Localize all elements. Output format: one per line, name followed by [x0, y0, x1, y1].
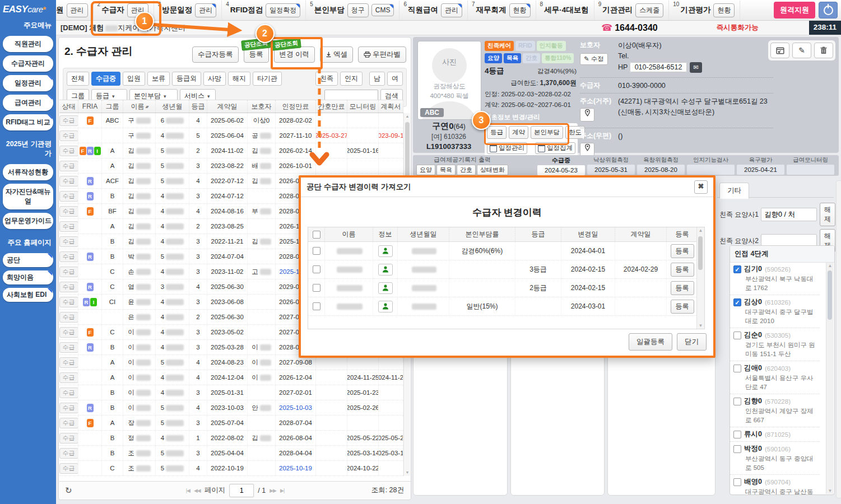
top-menu-9[interactable]: 9기관관리스케줄 — [594, 1, 670, 20]
column-header-이름[interactable]: 이름▴▾ — [123, 100, 156, 113]
sidebar-item-사회보험 EDI[interactable]: 사회보험 EDI — [3, 288, 53, 302]
last-page-icon[interactable]: ▶| — [280, 488, 284, 493]
scroll-up-icon[interactable]: ▲ — [404, 113, 411, 120]
filter-남[interactable]: 남 — [369, 72, 385, 86]
sidebar-item-업무운영가이드[interactable]: 업무운영가이드 — [3, 213, 53, 229]
person-info-button[interactable] — [378, 282, 393, 294]
register-button[interactable]: 등록 — [671, 300, 694, 314]
person-checkbox[interactable] — [733, 445, 741, 453]
action-button-엑셀[interactable]: 엑셀 — [320, 46, 353, 63]
modal-scroll-up-icon[interactable]: ▲ — [697, 228, 704, 233]
filter-tab-수급중[interactable]: 수급중 — [91, 72, 120, 86]
edit-icon[interactable]: ✎ — [792, 43, 811, 58]
schedule-button-일정관리[interactable]: 일정관리 — [487, 142, 527, 154]
table-row[interactable]: 수급FABC구642025-06-02이상02028-02-02 — [59, 113, 403, 128]
table-row[interactable]: 수급FA장532025-07-042028-07-04 — [59, 416, 403, 431]
register-button[interactable]: 등록 — [671, 263, 694, 277]
top-menu-3[interactable]: 3방문일정관리 — [154, 1, 222, 20]
filter-tab-전체[interactable]: 전체 — [67, 72, 89, 86]
table-row[interactable]: 수급B이432025-01-312027-02-012025-01-23 — [59, 385, 403, 400]
table-row[interactable]: 수급구452025-06-04공2027-11-102025-03-272023… — [59, 128, 403, 143]
menu-button-현황[interactable]: 현황 — [713, 3, 735, 17]
table-row[interactable]: 수급A이442024-12-04이2026-12-042024-11-25202… — [59, 370, 403, 385]
refresh-icon[interactable]: ↻ — [65, 486, 72, 496]
table-row[interactable]: 수급FRIA김522024-11-02김2026-02-142025-01-16 — [59, 143, 403, 158]
delete-icon[interactable] — [814, 43, 833, 58]
top-menu-8[interactable]: 8세무·4대보험 — [536, 1, 594, 20]
list-item[interactable]: 김순0(530305)경기도 부천시 원미구 원미동 151-1 두산 — [730, 328, 820, 361]
sidebar-item-희망이음[interactable]: 희망이음 — [3, 270, 53, 284]
column-header-상태[interactable]: 상태 — [59, 100, 78, 113]
first-page-icon[interactable]: |◀ — [186, 488, 190, 493]
filter-tab-등급외[interactable]: 등급외 — [172, 72, 201, 86]
map-pin-icon[interactable] — [580, 108, 594, 122]
menu-button-CMS[interactable]: CMS — [371, 4, 394, 16]
list-item[interactable]: 김향0(570228)인천광역시 계양구 장제로 667 — [730, 394, 820, 427]
list-item[interactable]: ✓김기0(590526)부산광역시 북구 낙동대로 1762 — [730, 262, 820, 295]
column-header-그룹[interactable]: 그룹 — [102, 100, 123, 113]
caregiver1-input[interactable] — [761, 208, 817, 221]
row-checkbox[interactable] — [313, 302, 320, 310]
modal-scroll-thumb[interactable] — [698, 236, 703, 270]
table-row[interactable]: 수급B조532025-04-042028-04-042025-03-142025… — [59, 446, 403, 461]
power-button[interactable] — [819, 2, 838, 18]
filter-tab-입원[interactable]: 입원 — [123, 72, 145, 86]
menu-button-스케줄[interactable]: 스케줄 — [635, 3, 663, 17]
top-menu-6[interactable]: 6직원급여관리 — [399, 1, 468, 20]
column-header-계약일[interactable]: 계약일 — [207, 100, 248, 113]
menu-button-일정확정[interactable]: 일정확정 — [266, 3, 300, 17]
column-header-계획서[interactable]: 계획서 — [379, 100, 403, 113]
table-row[interactable]: 수급B정412022-08-02김2026-08-042025-05-22202… — [59, 431, 403, 446]
next-page-icon[interactable]: ▶▶ — [270, 488, 276, 493]
postal-pin-icon[interactable] — [580, 143, 594, 156]
top-menu-5[interactable]: 5본인부담청구CMS — [306, 1, 399, 20]
top-menu-7[interactable]: 7재무회계현황 — [468, 1, 536, 20]
modal-close-button[interactable]: 닫기 — [677, 333, 707, 351]
filter-tab-타기관[interactable]: 타기관 — [253, 72, 282, 86]
adj-scroll-up-icon[interactable]: ▲ — [826, 263, 834, 268]
person-checkbox[interactable] — [733, 365, 741, 372]
filter-tab-해지[interactable]: 해지 — [228, 72, 250, 86]
register-button[interactable]: 등록 — [671, 244, 694, 258]
person-info-button[interactable] — [378, 301, 393, 312]
adj-scroll-thumb[interactable] — [828, 270, 832, 320]
sidebar-item-RFID태그 비교[interactable]: RFID태그 비교 — [3, 114, 53, 130]
open-window-icon[interactable] — [770, 43, 789, 58]
manage-button-등급[interactable]: 등급 — [487, 126, 507, 139]
sidebar-item-급여관리[interactable]: 급여관리 — [3, 95, 53, 111]
row-checkbox[interactable] — [313, 247, 320, 255]
column-header-간호만료[interactable]: 간호만료 — [316, 100, 347, 113]
person-info-button[interactable] — [378, 245, 393, 257]
register-all-button[interactable]: 일괄등록 — [629, 333, 672, 351]
scroll-thumb[interactable] — [405, 122, 410, 184]
select-all-checkbox[interactable] — [313, 231, 320, 239]
filter-인지[interactable]: 인지 — [340, 72, 363, 86]
top-menu-4[interactable]: 4RFID점검일정확정 — [222, 1, 306, 20]
page-input[interactable] — [229, 484, 254, 497]
menu-button-관리[interactable]: 관리 — [127, 3, 148, 17]
person-checkbox[interactable] — [733, 478, 741, 486]
table-row[interactable]: 수급RB이542023-10-03안2025-10-032025-02-26 — [59, 400, 403, 416]
action-button-우편라벨[interactable]: 우편라벨 — [358, 46, 406, 63]
sidebar-item-수급자관리[interactable]: 수급자관리 — [3, 55, 53, 72]
menu-button-관리[interactable]: 관리 — [67, 3, 88, 17]
photo-placeholder[interactable]: 사진 권장해상도400*480 픽셀 ABC — [417, 41, 481, 120]
menu-button-현황[interactable]: 현황 — [509, 3, 531, 17]
person-checkbox[interactable] — [733, 332, 741, 339]
tab-etc[interactable]: 기타 — [719, 183, 749, 199]
manage-button-본인부담[interactable]: 본인부담 — [531, 126, 563, 139]
print-button-간호[interactable]: 간호 — [457, 165, 476, 175]
print-button-요양[interactable]: 요양 — [416, 165, 435, 175]
manage-button-계약[interactable]: 계약 — [509, 126, 528, 139]
person-checkbox[interactable]: ✓ — [733, 265, 741, 273]
register-button[interactable]: 등록 — [671, 281, 694, 295]
column-header-FRIA[interactable]: FRIA — [78, 100, 102, 113]
filter-tab-보류[interactable]: 보류 — [147, 72, 170, 86]
remote-support-button[interactable]: 원격지원 — [774, 2, 815, 18]
column-header-생년월[interactable]: 생년월 — [156, 100, 189, 113]
row-checkbox[interactable] — [313, 284, 320, 292]
table-row[interactable]: 수급A김532023-08-22배2026-10-01 — [59, 158, 403, 174]
person-info-button[interactable] — [378, 264, 393, 276]
modal-scroll-down-icon[interactable]: ▼ — [697, 323, 704, 328]
top-menu-10[interactable]: 10기관평가현황 — [669, 1, 740, 20]
